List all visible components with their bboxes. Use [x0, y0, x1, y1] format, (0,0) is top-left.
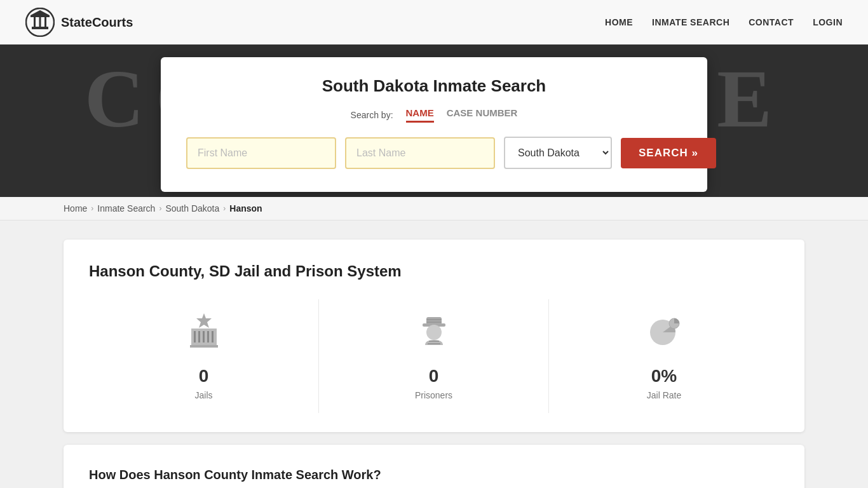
svg-rect-1 — [32, 27, 48, 29]
search-card: South Dakota Inmate Search Search by: NA… — [161, 57, 707, 192]
state-select[interactable]: South Dakota Alabama Alaska Arizona Arka… — [504, 137, 612, 169]
search-title: South Dakota Inmate Search — [186, 76, 682, 96]
svg-rect-10 — [198, 331, 200, 342]
breadcrumb-state[interactable]: South Dakota — [165, 203, 219, 214]
jails-label: Jails — [194, 390, 212, 400]
stats-card-title: Hanson County, SD Jail and Prison System — [89, 262, 779, 280]
svg-marker-6 — [31, 10, 50, 15]
prisoners-count: 0 — [429, 366, 439, 386]
prisoners-icon — [415, 312, 453, 358]
stat-jails: 0 Jails — [89, 299, 319, 413]
stat-prisoners: 0 Prisoners — [319, 299, 549, 413]
section-card-title: How Does Hanson County Inmate Search Wor… — [89, 468, 779, 482]
svg-rect-16 — [426, 317, 442, 325]
svg-rect-9 — [194, 331, 196, 342]
navigation-bar: StateCourts HOME INMATE SEARCH CONTACT L… — [0, 0, 868, 44]
breadcrumb-current: Hanson — [229, 203, 262, 214]
last-name-input[interactable] — [345, 137, 495, 169]
breadcrumb-sep-1: › — [91, 204, 93, 213]
breadcrumb-sep-2: › — [159, 204, 161, 213]
tab-name[interactable]: NAME — [406, 107, 434, 123]
search-button[interactable]: SEARCH » — [621, 138, 716, 168]
search-by-label: Search by: — [351, 110, 393, 120]
nav-contact[interactable]: CONTACT — [749, 17, 794, 27]
stats-grid: 0 Jails — [89, 299, 779, 413]
jails-count: 0 — [199, 366, 209, 386]
svg-rect-2 — [31, 15, 50, 17]
jail-rate-label: Jail Rate — [647, 390, 681, 400]
svg-rect-18 — [426, 319, 442, 320]
jail-rate-value: 0% — [651, 366, 677, 386]
svg-rect-14 — [190, 345, 218, 348]
svg-rect-4 — [39, 17, 41, 27]
breadcrumb-sep-3: › — [223, 204, 226, 213]
breadcrumb-inmate-search[interactable]: Inmate Search — [97, 203, 155, 214]
svg-marker-7 — [196, 313, 212, 328]
logo-icon — [25, 8, 55, 37]
svg-rect-3 — [34, 17, 36, 27]
svg-rect-11 — [203, 331, 205, 342]
svg-rect-21 — [428, 343, 440, 344]
nav-login[interactable]: LOGIN — [813, 17, 843, 27]
breadcrumb-home[interactable]: Home — [64, 203, 87, 214]
search-fields: South Dakota Alabama Alaska Arizona Arka… — [186, 137, 682, 169]
breadcrumb: Home › Inmate Search › South Dakota › Ha… — [0, 197, 868, 220]
svg-rect-13 — [212, 331, 214, 342]
jail-rate-icon — [645, 312, 683, 358]
main-content: Hanson County, SD Jail and Prison System — [0, 220, 868, 488]
jails-icon — [185, 312, 223, 358]
first-name-input[interactable] — [186, 137, 336, 169]
svg-rect-12 — [207, 331, 209, 342]
site-name: StateCourts — [61, 15, 133, 30]
section-card: How Does Hanson County Inmate Search Wor… — [64, 445, 804, 488]
svg-rect-5 — [44, 17, 46, 27]
stat-jail-rate: 0% Jail Rate — [549, 299, 779, 413]
search-card-wrapper: South Dakota Inmate Search Search by: NA… — [0, 44, 868, 197]
svg-point-17 — [426, 325, 442, 340]
svg-rect-20 — [429, 341, 439, 342]
nav-home[interactable]: HOME — [605, 17, 633, 27]
svg-rect-19 — [426, 322, 442, 323]
site-logo[interactable]: StateCourts — [25, 8, 133, 37]
stats-card: Hanson County, SD Jail and Prison System — [64, 240, 804, 432]
nav-links: HOME INMATE SEARCH CONTACT LOGIN — [605, 17, 843, 28]
prisoners-label: Prisoners — [415, 390, 452, 400]
search-by-row: Search by: NAME CASE NUMBER — [186, 107, 682, 123]
tab-case-number[interactable]: CASE NUMBER — [447, 107, 518, 123]
nav-inmate-search[interactable]: INMATE SEARCH — [652, 17, 729, 27]
